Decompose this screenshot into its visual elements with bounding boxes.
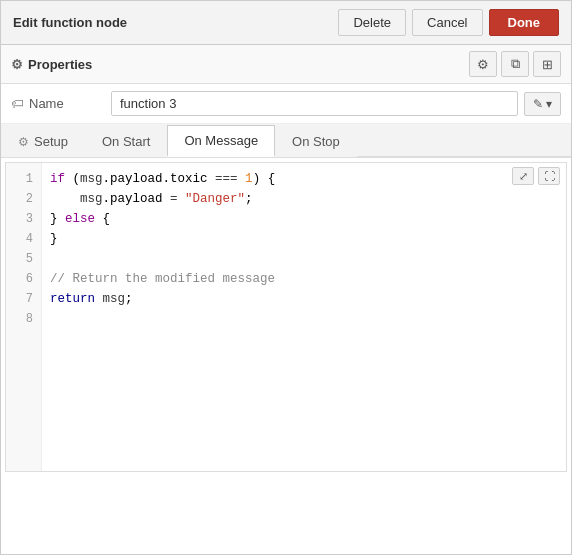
tab-on-start-label: On Start: [102, 134, 150, 149]
properties-label: ⚙ Properties: [11, 57, 151, 72]
cancel-button[interactable]: Cancel: [412, 9, 482, 36]
title-bar: Edit function node Delete Cancel Done: [1, 1, 571, 45]
code-editor-area: 1 2 3 4 5 6 7 8 if (msg.payload.toxic ==…: [5, 162, 567, 472]
delete-button[interactable]: Delete: [338, 9, 406, 36]
name-suffix: ✎ ▾: [524, 92, 561, 116]
tab-on-stop[interactable]: On Stop: [275, 125, 357, 157]
template-icon-btn[interactable]: ⊞: [533, 51, 561, 77]
tab-setup-label: Setup: [34, 134, 68, 149]
properties-icons: ⚙ ⧉ ⊞: [469, 51, 561, 77]
dialog-title: Edit function node: [13, 15, 127, 30]
tabs-row: ⚙ Setup On Start On Message On Stop: [1, 124, 571, 158]
chevron-down-icon: ▾: [546, 97, 552, 111]
line-numbers: 1 2 3 4 5 6 7 8: [6, 163, 42, 471]
tag-icon: 🏷: [11, 96, 24, 111]
editor-inner: 1 2 3 4 5 6 7 8 if (msg.payload.toxic ==…: [6, 163, 566, 471]
name-label-text: Name: [29, 96, 64, 111]
name-suffix-button[interactable]: ✎ ▾: [524, 92, 561, 116]
line-num-8: 8: [6, 309, 41, 329]
line-num-2: 2: [6, 189, 41, 209]
title-buttons: Delete Cancel Done: [338, 9, 559, 36]
line-num-6: 6: [6, 269, 41, 289]
tab-on-start[interactable]: On Start: [85, 125, 167, 157]
done-button[interactable]: Done: [489, 9, 560, 36]
properties-row: ⚙ Properties ⚙ ⧉ ⊞: [1, 45, 571, 84]
tab-on-message[interactable]: On Message: [167, 125, 275, 157]
properties-text: Properties: [28, 57, 92, 72]
name-label: 🏷 Name: [11, 96, 111, 111]
properties-gear-icon: ⚙: [11, 57, 23, 72]
tab-on-message-label: On Message: [184, 133, 258, 148]
setup-gear-icon: ⚙: [18, 135, 29, 149]
line-num-3: 3: [6, 209, 41, 229]
name-row: 🏷 Name ✎ ▾: [1, 84, 571, 124]
line-num-1: 1: [6, 169, 41, 189]
gear-icon-btn[interactable]: ⚙: [469, 51, 497, 77]
suffix-icon: ✎: [533, 97, 543, 111]
tab-on-stop-label: On Stop: [292, 134, 340, 149]
tab-setup[interactable]: ⚙ Setup: [1, 125, 85, 157]
fullscreen-icon-btn[interactable]: ⛶: [538, 167, 560, 185]
line-num-5: 5: [6, 249, 41, 269]
name-input[interactable]: [111, 91, 518, 116]
line-num-7: 7: [6, 289, 41, 309]
code-content[interactable]: if (msg.payload.toxic === 1) { msg.paylo…: [42, 163, 566, 471]
expand-icon-btn[interactable]: ⤢: [512, 167, 534, 185]
line-num-4: 4: [6, 229, 41, 249]
copy-icon-btn[interactable]: ⧉: [501, 51, 529, 77]
editor-toolbar: ⤢ ⛶: [512, 167, 560, 185]
